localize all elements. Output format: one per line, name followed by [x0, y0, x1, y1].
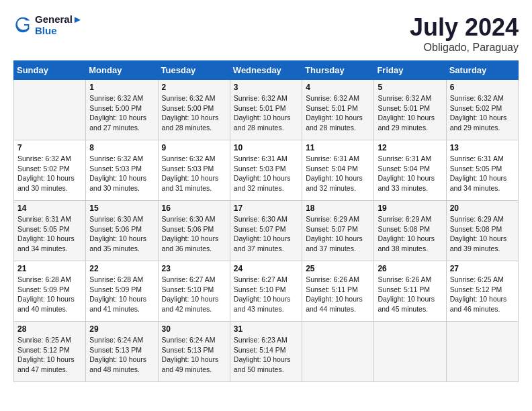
- calendar-cell: 3Sunrise: 6:32 AM Sunset: 5:01 PM Daylig…: [230, 80, 302, 140]
- calendar-cell: 24Sunrise: 6:27 AM Sunset: 5:10 PM Dayli…: [230, 261, 302, 322]
- day-info: Sunrise: 6:26 AM Sunset: 5:11 PM Dayligh…: [378, 275, 442, 314]
- calendar-cell: 17Sunrise: 6:30 AM Sunset: 5:07 PM Dayli…: [230, 201, 302, 261]
- calendar-cell: 10Sunrise: 6:31 AM Sunset: 5:03 PM Dayli…: [230, 140, 302, 201]
- day-info: Sunrise: 6:31 AM Sunset: 5:04 PM Dayligh…: [378, 154, 442, 193]
- calendar-cell: 5Sunrise: 6:32 AM Sunset: 5:01 PM Daylig…: [374, 80, 446, 140]
- logo: General► Blue: [13, 13, 83, 36]
- calendar-cell: [14, 80, 86, 140]
- day-number: 31: [234, 324, 298, 334]
- calendar-header-row: SundayMondayTuesdayWednesdayThursdayFrid…: [14, 61, 519, 80]
- day-number: 10: [234, 143, 298, 152]
- day-number: 15: [89, 203, 154, 213]
- calendar-cell: 31Sunrise: 6:23 AM Sunset: 5:14 PM Dayli…: [230, 322, 302, 382]
- day-number: 19: [378, 203, 442, 213]
- calendar-cell: 22Sunrise: 6:28 AM Sunset: 5:09 PM Dayli…: [86, 261, 158, 322]
- day-info: Sunrise: 6:29 AM Sunset: 5:07 PM Dayligh…: [306, 214, 370, 254]
- title-block: July 2024 Obligado, Paraguay: [410, 13, 519, 54]
- day-info: Sunrise: 6:32 AM Sunset: 5:01 PM Dayligh…: [378, 93, 442, 133]
- calendar-cell: 16Sunrise: 6:30 AM Sunset: 5:06 PM Dayli…: [158, 201, 230, 261]
- calendar-week-row: 21Sunrise: 6:28 AM Sunset: 5:09 PM Dayli…: [14, 261, 519, 322]
- day-number: 1: [89, 83, 154, 92]
- day-number: 22: [89, 264, 154, 273]
- calendar-cell: 25Sunrise: 6:26 AM Sunset: 5:11 PM Dayli…: [302, 261, 374, 322]
- day-number: 20: [450, 203, 515, 213]
- calendar-cell: 12Sunrise: 6:31 AM Sunset: 5:04 PM Dayli…: [374, 140, 446, 201]
- calendar-cell: 27Sunrise: 6:25 AM Sunset: 5:12 PM Dayli…: [446, 261, 518, 322]
- day-number: 3: [234, 83, 298, 92]
- day-number: 8: [89, 143, 154, 152]
- calendar-cell: 23Sunrise: 6:27 AM Sunset: 5:10 PM Dayli…: [158, 261, 230, 322]
- day-info: Sunrise: 6:32 AM Sunset: 5:03 PM Dayligh…: [162, 154, 226, 193]
- calendar-cell: 1Sunrise: 6:32 AM Sunset: 5:00 PM Daylig…: [86, 80, 158, 140]
- day-number: 26: [378, 264, 442, 273]
- calendar-cell: [302, 322, 374, 382]
- day-info: Sunrise: 6:32 AM Sunset: 5:01 PM Dayligh…: [306, 93, 370, 133]
- day-number: 4: [306, 83, 370, 92]
- location-subtitle: Obligado, Paraguay: [410, 42, 519, 54]
- day-number: 16: [162, 203, 226, 213]
- day-info: Sunrise: 6:31 AM Sunset: 5:03 PM Dayligh…: [234, 154, 298, 193]
- calendar-week-row: 14Sunrise: 6:31 AM Sunset: 5:05 PM Dayli…: [14, 201, 519, 261]
- day-number: 23: [162, 264, 226, 273]
- calendar-week-row: 28Sunrise: 6:25 AM Sunset: 5:12 PM Dayli…: [14, 322, 519, 382]
- header-day-friday: Friday: [374, 61, 446, 80]
- calendar-cell: 20Sunrise: 6:29 AM Sunset: 5:08 PM Dayli…: [446, 201, 518, 261]
- header-day-wednesday: Wednesday: [230, 61, 302, 80]
- day-number: 17: [234, 203, 298, 213]
- day-number: 2: [162, 83, 226, 92]
- calendar-cell: 21Sunrise: 6:28 AM Sunset: 5:09 PM Dayli…: [14, 261, 86, 322]
- calendar-week-row: 1Sunrise: 6:32 AM Sunset: 5:00 PM Daylig…: [14, 80, 519, 140]
- day-number: 14: [17, 203, 82, 213]
- calendar-cell: 11Sunrise: 6:31 AM Sunset: 5:04 PM Dayli…: [302, 140, 374, 201]
- day-info: Sunrise: 6:30 AM Sunset: 5:06 PM Dayligh…: [89, 214, 154, 254]
- calendar-cell: 14Sunrise: 6:31 AM Sunset: 5:05 PM Dayli…: [14, 201, 86, 261]
- calendar-cell: 18Sunrise: 6:29 AM Sunset: 5:07 PM Dayli…: [302, 201, 374, 261]
- day-info: Sunrise: 6:24 AM Sunset: 5:13 PM Dayligh…: [89, 335, 154, 375]
- day-number: 5: [378, 83, 442, 92]
- calendar-table: SundayMondayTuesdayWednesdayThursdayFrid…: [13, 60, 519, 382]
- day-info: Sunrise: 6:25 AM Sunset: 5:12 PM Dayligh…: [17, 335, 82, 375]
- calendar-cell: 26Sunrise: 6:26 AM Sunset: 5:11 PM Dayli…: [374, 261, 446, 322]
- calendar-cell: 2Sunrise: 6:32 AM Sunset: 5:00 PM Daylig…: [158, 80, 230, 140]
- day-info: Sunrise: 6:32 AM Sunset: 5:00 PM Dayligh…: [89, 93, 154, 133]
- day-info: Sunrise: 6:27 AM Sunset: 5:10 PM Dayligh…: [234, 275, 298, 314]
- day-info: Sunrise: 6:32 AM Sunset: 5:00 PM Dayligh…: [162, 93, 226, 133]
- day-info: Sunrise: 6:32 AM Sunset: 5:02 PM Dayligh…: [450, 93, 515, 133]
- day-number: 6: [450, 83, 515, 92]
- day-info: Sunrise: 6:32 AM Sunset: 5:01 PM Dayligh…: [234, 93, 298, 133]
- header-day-thursday: Thursday: [302, 61, 374, 80]
- day-info: Sunrise: 6:29 AM Sunset: 5:08 PM Dayligh…: [450, 214, 515, 254]
- day-number: 29: [89, 324, 154, 334]
- calendar-cell: 7Sunrise: 6:32 AM Sunset: 5:02 PM Daylig…: [14, 140, 86, 201]
- calendar-cell: 6Sunrise: 6:32 AM Sunset: 5:02 PM Daylig…: [446, 80, 518, 140]
- day-info: Sunrise: 6:24 AM Sunset: 5:13 PM Dayligh…: [162, 335, 226, 375]
- day-info: Sunrise: 6:26 AM Sunset: 5:11 PM Dayligh…: [306, 275, 370, 314]
- day-info: Sunrise: 6:27 AM Sunset: 5:10 PM Dayligh…: [162, 275, 226, 314]
- day-number: 21: [17, 264, 82, 273]
- header-day-monday: Monday: [86, 61, 158, 80]
- day-info: Sunrise: 6:29 AM Sunset: 5:08 PM Dayligh…: [378, 214, 442, 254]
- calendar-cell: 15Sunrise: 6:30 AM Sunset: 5:06 PM Dayli…: [86, 201, 158, 261]
- day-info: Sunrise: 6:23 AM Sunset: 5:14 PM Dayligh…: [234, 335, 298, 375]
- calendar-week-row: 7Sunrise: 6:32 AM Sunset: 5:02 PM Daylig…: [14, 140, 519, 201]
- calendar-cell: 9Sunrise: 6:32 AM Sunset: 5:03 PM Daylig…: [158, 140, 230, 201]
- day-info: Sunrise: 6:31 AM Sunset: 5:04 PM Dayligh…: [306, 154, 370, 193]
- day-info: Sunrise: 6:28 AM Sunset: 5:09 PM Dayligh…: [89, 275, 154, 314]
- calendar-cell: 8Sunrise: 6:32 AM Sunset: 5:03 PM Daylig…: [86, 140, 158, 201]
- day-number: 18: [306, 203, 370, 213]
- logo-text: General► Blue: [35, 13, 83, 36]
- day-info: Sunrise: 6:30 AM Sunset: 5:06 PM Dayligh…: [162, 214, 226, 254]
- day-number: 7: [17, 143, 82, 152]
- calendar-cell: 30Sunrise: 6:24 AM Sunset: 5:13 PM Dayli…: [158, 322, 230, 382]
- calendar-cell: 4Sunrise: 6:32 AM Sunset: 5:01 PM Daylig…: [302, 80, 374, 140]
- page-header: General► Blue July 2024 Obligado, Paragu…: [13, 13, 519, 54]
- day-info: Sunrise: 6:32 AM Sunset: 5:03 PM Dayligh…: [89, 154, 154, 193]
- day-number: 28: [17, 324, 82, 334]
- calendar-cell: 13Sunrise: 6:31 AM Sunset: 5:05 PM Dayli…: [446, 140, 518, 201]
- calendar-cell: 19Sunrise: 6:29 AM Sunset: 5:08 PM Dayli…: [374, 201, 446, 261]
- day-info: Sunrise: 6:32 AM Sunset: 5:02 PM Dayligh…: [17, 154, 82, 193]
- calendar-cell: 28Sunrise: 6:25 AM Sunset: 5:12 PM Dayli…: [14, 322, 86, 382]
- day-info: Sunrise: 6:31 AM Sunset: 5:05 PM Dayligh…: [450, 154, 515, 193]
- day-number: 11: [306, 143, 370, 152]
- logo-icon: [13, 15, 32, 34]
